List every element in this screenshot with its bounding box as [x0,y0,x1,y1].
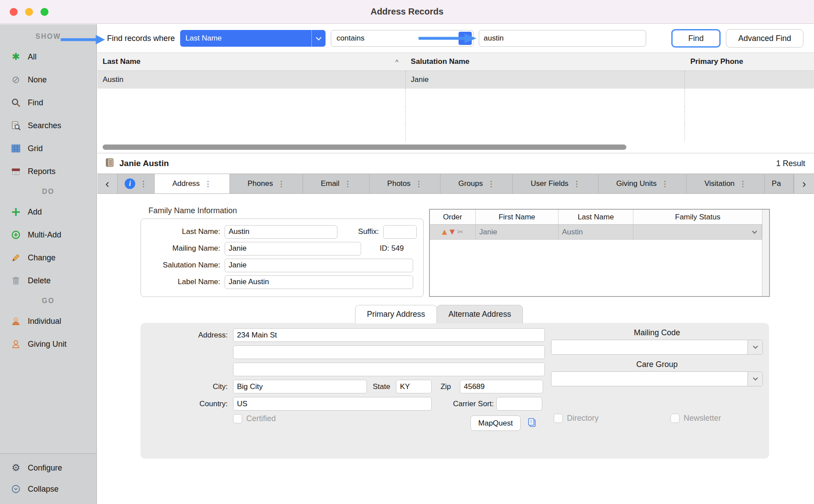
suffix-field[interactable] [383,225,417,239]
gear-icon: ⚙ [11,463,21,473]
advanced-find-button[interactable]: Advanced Find [726,29,803,48]
tab-giving-units[interactable]: Giving Units ⋮ [599,174,687,193]
tabs-scroll-right-button[interactable]: › [794,174,814,193]
tab-partial[interactable]: Pa [765,174,794,193]
address-line1-field[interactable] [233,328,545,342]
state-field[interactable] [396,380,432,393]
address-book-icon [104,157,115,170]
members-vertical-scrollbar[interactable] [762,210,769,296]
sidebar-item-add[interactable]: + Add [0,200,96,223]
sidebar-item-label: Giving Unit [28,340,67,349]
sidebar-item-configure[interactable]: ⚙ Configure [0,457,96,478]
tab-visitation[interactable]: Visitation ⋮ [687,174,765,193]
sidebar-item-individual[interactable]: Individual [0,310,96,333]
primary-address-panel: Address: City: State Zip [141,323,769,459]
tab-groups[interactable]: Groups ⋮ [440,174,513,193]
sidebar: SHOW ✱ All ⊘ None Find Searches Grid [0,24,97,504]
tab-address[interactable]: Address ⋮ [155,174,230,193]
tab-user-fields[interactable]: User Fields ⋮ [513,174,598,193]
directory-checkbox[interactable] [554,414,563,423]
copy-icon[interactable] [527,417,537,430]
family-status-select[interactable] [633,225,762,239]
tab-menu-dots-icon[interactable]: ⋮ [487,179,495,188]
sidebar-item-all[interactable]: ✱ All [0,45,96,68]
record-id-text: ID: 549 [380,244,404,253]
sidebar-item-none[interactable]: ⊘ None [0,68,96,91]
pencil-icon [11,252,21,263]
sidebar-item-label: Grid [28,144,43,153]
tab-menu-dots-icon[interactable]: ⋮ [278,179,285,188]
mailing-code-select[interactable] [551,340,763,355]
move-down-icon[interactable]: ▼ [450,229,455,235]
family-name-information-title: Family Name Information [148,206,237,215]
tab-email[interactable]: Email ⋮ [303,174,370,193]
certified-checkbox[interactable] [233,414,242,423]
tab-photos[interactable]: Photos ⋮ [370,174,440,193]
scissors-icon[interactable]: ✂ [457,229,463,236]
tab-menu-dots-icon[interactable]: ⋮ [415,179,422,188]
tab-menu-dots-icon[interactable]: ⋮ [661,179,669,188]
mapquest-button[interactable]: MapQuest [470,415,521,431]
sidebar-item-collapse[interactable]: Collapse [0,478,96,500]
sidebar-item-searches[interactable]: Searches [0,114,96,137]
table-row[interactable]: Austin Janie [97,71,814,89]
country-field[interactable] [233,397,432,411]
horizontal-scrollbar[interactable] [102,144,810,151]
tab-primary-address[interactable]: Primary Address [355,305,437,323]
record-header: Janie Austin 1 Result [97,153,814,174]
find-button[interactable]: Find [671,29,721,48]
label-name-field[interactable] [225,275,413,289]
tab-menu-dots-icon[interactable]: ⋮ [739,179,747,188]
column-header-last-name[interactable]: Last Name ^ [97,53,406,70]
tab-phones[interactable]: Phones ⋮ [230,174,303,193]
annotation-arrow-operator-select [418,33,477,44]
carrier-sort-field[interactable] [496,397,542,411]
column-header-primary-phone[interactable]: Primary Phone [685,53,814,70]
last-name-field[interactable] [225,225,337,239]
tab-menu-dots-icon[interactable]: ⋮ [573,179,581,188]
sidebar-item-label: Multi-Add [28,230,61,240]
grid-icon [11,143,21,154]
address-line3-field[interactable] [233,363,545,376]
column-header-salutation-name[interactable]: Salutation Name [406,53,685,70]
annotation-arrow-find-records [60,34,106,45]
scrollbar-thumb[interactable] [103,145,626,150]
mailing-name-field[interactable] [225,242,361,256]
sidebar-item-delete[interactable]: Delete [0,269,96,292]
chevron-down-icon [747,340,762,354]
sidebar-item-label: Searches [28,121,61,130]
tabs-scroll-left-button[interactable]: ‹ [97,174,118,193]
members-table-header: Order First Name Last Name Family Status [430,210,762,225]
zip-field[interactable] [460,380,543,393]
sidebar-item-multi-add[interactable]: Multi-Add [0,223,96,246]
chevron-right-icon: › [802,177,806,191]
sidebar-item-giving-unit[interactable]: Giving Unit [0,333,96,356]
cell-last-name: Austin [97,71,406,89]
sidebar-item-reports[interactable]: Reports [0,160,96,183]
field-select[interactable]: Last Name [180,30,326,47]
sidebar-item-label: Change [28,253,56,263]
search-input[interactable] [479,30,646,47]
city-label: City: [141,382,233,391]
tab-menu-dots-icon[interactable]: ⋮ [204,179,212,188]
record-name: Janie Austin [119,159,169,168]
tab-info[interactable]: i ⋮ [118,174,155,193]
address-line2-field[interactable] [233,345,545,359]
tab-menu-dots-icon[interactable]: ⋮ [344,179,352,188]
move-up-icon[interactable]: ▲ [442,229,447,235]
state-label: State [367,382,396,391]
care-group-select[interactable] [551,371,763,386]
certified-label: Certified [246,414,276,423]
sidebar-item-find[interactable]: Find [0,91,96,114]
asterisk-icon: ✱ [11,52,21,62]
table-row-empty [97,124,814,141]
city-field[interactable] [233,380,367,393]
titlebar: Address Records [0,0,814,24]
tab-alternate-address[interactable]: Alternate Address [437,305,523,323]
member-row[interactable]: ▲ ▼ ✂ Janie Austin [430,225,762,240]
salutation-name-field[interactable] [225,259,413,272]
tab-menu-dots-icon[interactable]: ⋮ [140,179,147,188]
newsletter-checkbox[interactable] [670,414,680,423]
sidebar-item-grid[interactable]: Grid [0,137,96,160]
sidebar-item-change[interactable]: Change [0,246,96,269]
